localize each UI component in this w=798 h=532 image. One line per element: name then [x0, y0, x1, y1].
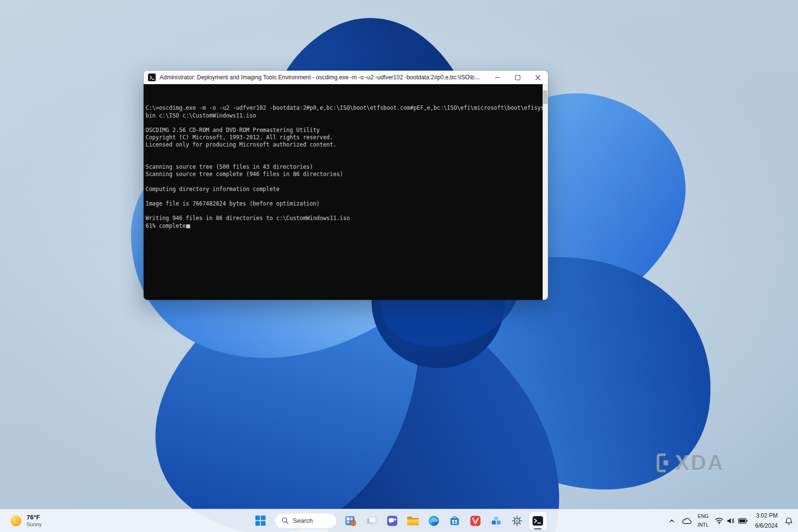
maximize-button[interactable] — [507, 71, 528, 84]
taskbar-item-store[interactable] — [445, 512, 464, 530]
file-explorer-icon — [407, 516, 419, 526]
taskbar-item-widgets[interactable] — [341, 512, 360, 530]
terminal-icon — [532, 515, 544, 527]
language-line1: ENG — [698, 514, 709, 519]
minimize-button[interactable] — [487, 71, 507, 84]
console[interactable]: C:\>oscdimg.exe -m -o -u2 -udfver102 -bo… — [144, 84, 548, 300]
console-progress-line: 61% complete — [146, 222, 186, 229]
watermark-text: XDA — [675, 451, 724, 475]
window-title: Administrator: Deployment and Imaging To… — [160, 74, 487, 81]
cmd-icon — [148, 74, 156, 81]
clock-date: 6/6/2024 — [755, 522, 778, 530]
task-view-icon — [366, 515, 377, 527]
teams-chat-icon — [386, 515, 398, 527]
xda-logo-icon — [656, 453, 671, 473]
system-tray: ENG INTL — [666, 509, 795, 532]
window-controls — [487, 71, 548, 84]
taskbar: 76°F Sunny Search — [0, 509, 798, 532]
language-line2: INTL — [698, 522, 709, 528]
watermark: XDA — [656, 451, 724, 475]
minimize-icon — [495, 75, 500, 80]
windows-logo-icon — [255, 516, 266, 526]
console-scrollbar[interactable] — [543, 84, 548, 300]
close-icon — [535, 75, 541, 80]
notification-bell-icon — [785, 517, 793, 525]
onedrive-button[interactable] — [680, 512, 694, 530]
taskbar-item-edge[interactable] — [425, 512, 443, 530]
desktop: XDA Administrator: Deployment and Imagin… — [0, 0, 798, 532]
clock-time: 3:02 PM — [756, 512, 778, 519]
clock[interactable]: 3:02 PM 6/6/2024 — [752, 512, 781, 530]
search-label: Search — [293, 517, 313, 524]
cloud-icon — [682, 517, 692, 524]
sun-icon — [10, 515, 22, 527]
start-button[interactable] — [251, 512, 270, 530]
close-button[interactable] — [528, 71, 548, 84]
console-text-lines: C:\>oscdimg.exe -m -o -u2 -udfver102 -bo… — [146, 104, 540, 222]
microsoft-store-icon — [449, 515, 460, 527]
settings-gear-icon — [511, 515, 523, 527]
taskbar-item-vivaldi[interactable] — [466, 512, 485, 530]
taskbar-item-chat[interactable] — [383, 512, 401, 530]
window-titlebar[interactable]: Administrator: Deployment and Imaging To… — [144, 71, 548, 84]
vivaldi-browser-icon — [470, 515, 481, 527]
maximize-icon — [515, 75, 520, 80]
text-cursor — [186, 224, 190, 228]
search-icon — [281, 517, 289, 524]
weather-temperature: 76°F — [27, 514, 42, 521]
weather-condition: Sunny — [27, 521, 42, 528]
notification-center-button[interactable] — [783, 512, 795, 530]
search-box[interactable]: Search — [275, 513, 337, 529]
weather-texts: 76°F Sunny — [27, 514, 42, 528]
scrollbar-thumb[interactable] — [543, 90, 547, 104]
battery-icon — [738, 518, 748, 524]
volume-icon — [726, 517, 735, 524]
terminal-window: Administrator: Deployment and Imaging To… — [144, 71, 548, 300]
tray-overflow-button[interactable] — [666, 512, 678, 530]
widgets-icon — [345, 515, 356, 527]
taskbar-item-dev-apps[interactable] — [487, 512, 505, 530]
edge-browser-icon — [428, 515, 440, 527]
console-output: C:\>oscdimg.exe -m -o -u2 -udfver102 -bo… — [146, 90, 540, 244]
language-switcher[interactable]: ENG INTL — [696, 512, 711, 530]
network-volume-battery-button[interactable] — [712, 512, 750, 530]
wifi-icon — [715, 517, 724, 524]
weather-widget[interactable]: 76°F Sunny — [4, 511, 47, 531]
taskbar-item-task-view[interactable] — [362, 512, 381, 530]
taskbar-item-settings[interactable] — [508, 512, 526, 530]
blue-cubes-icon — [490, 515, 502, 527]
taskbar-item-file-explorer[interactable] — [404, 512, 422, 530]
chevron-up-icon — [668, 517, 675, 524]
taskbar-item-terminal-active[interactable] — [529, 512, 547, 530]
taskbar-center: Search — [251, 509, 547, 532]
